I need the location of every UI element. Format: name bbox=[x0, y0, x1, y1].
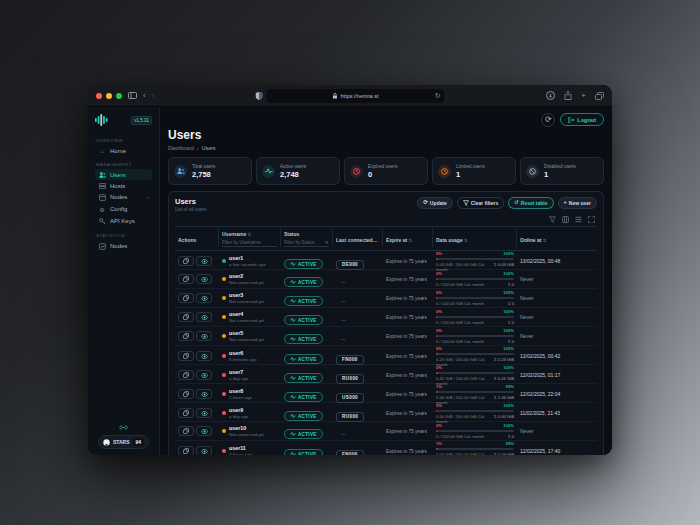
toggle-columns-icon[interactable] bbox=[562, 216, 569, 223]
copy-subscription-button[interactable] bbox=[178, 312, 194, 322]
copy-subscription-button[interactable] bbox=[178, 426, 194, 436]
table-header: Actions Username ⇅ Filter by Username St… bbox=[175, 226, 597, 251]
copy-subscription-button[interactable] bbox=[178, 351, 194, 361]
copy-subscription-button[interactable] bbox=[178, 446, 194, 455]
online-at-cell: 11/02/2025, 21:43 bbox=[517, 410, 597, 416]
view-user-button[interactable] bbox=[196, 256, 212, 266]
copy-subscription-button[interactable] bbox=[178, 274, 194, 284]
copy-subscription-button[interactable] bbox=[178, 370, 194, 380]
expire-cell: Expires in 75 years bbox=[383, 277, 433, 282]
sort-icon[interactable]: ⇅ bbox=[409, 238, 413, 243]
sort-icon[interactable]: ⇅ bbox=[248, 232, 252, 237]
maximize-window-button[interactable] bbox=[116, 93, 122, 99]
username-cell[interactable]: user9 a day ago bbox=[219, 407, 281, 419]
username-subtext: Not connected yet bbox=[229, 337, 264, 342]
sidebar-item-home[interactable]: ⌂ Home bbox=[95, 145, 152, 156]
copy-subscription-button[interactable] bbox=[178, 331, 194, 341]
usage-progress-bar bbox=[436, 278, 514, 281]
browser-sidebar-icon[interactable] bbox=[128, 92, 137, 99]
sidebar-item-nodes[interactable]: Nodes › bbox=[95, 191, 152, 203]
copy-subscription-button[interactable] bbox=[178, 389, 194, 399]
clear-filters-button[interactable]: Clear filters bbox=[457, 197, 505, 209]
username-cell[interactable]: user11 4 hours ago bbox=[219, 445, 281, 455]
column-header-status[interactable]: Status Filter by Status ▼ bbox=[281, 229, 333, 247]
shield-icon[interactable] bbox=[256, 92, 263, 100]
update-button[interactable]: ⟳ Update bbox=[417, 197, 453, 209]
pulse-icon bbox=[290, 262, 296, 266]
view-user-button[interactable] bbox=[196, 312, 212, 322]
limited-users-icon bbox=[438, 165, 451, 178]
copy-subscription-button[interactable] bbox=[178, 408, 194, 418]
view-user-button[interactable] bbox=[196, 293, 212, 303]
username-cell[interactable]: user5 Not connected yet bbox=[219, 330, 281, 342]
copy-subscription-button[interactable] bbox=[178, 293, 194, 303]
status-cell: ACTIVE bbox=[281, 366, 333, 384]
view-user-button[interactable] bbox=[196, 389, 212, 399]
reload-icon[interactable]: ↻ bbox=[435, 92, 441, 100]
sidebar-item-config[interactable]: ⚙ Config bbox=[95, 203, 152, 215]
github-stars-button[interactable]: STARS 94 bbox=[98, 435, 149, 449]
sidebar-item-stats-nodes[interactable]: Nodes bbox=[95, 240, 152, 252]
new-user-button[interactable]: + New user bbox=[558, 197, 597, 209]
view-user-button[interactable] bbox=[196, 446, 212, 455]
copy-icon bbox=[183, 410, 189, 416]
status-filter-select[interactable]: Filter by Status ▼ bbox=[284, 240, 329, 247]
view-user-button[interactable] bbox=[196, 426, 212, 436]
view-user-button[interactable] bbox=[196, 331, 212, 341]
table-row: user7 a day ago ACTIVE RU000 Expires in … bbox=[175, 365, 597, 384]
online-at-cell: Never bbox=[517, 428, 597, 434]
refresh-button[interactable]: ⟳ bbox=[541, 113, 555, 127]
reset-table-button[interactable]: ↺ Reset table bbox=[508, 197, 553, 209]
column-header-online[interactable]: Online at ⇅ bbox=[517, 229, 597, 247]
status-cell: ACTIVE bbox=[281, 385, 333, 403]
sidebar-item-api-keys[interactable]: API Keys bbox=[95, 215, 152, 227]
username-cell[interactable]: user7 a day ago bbox=[219, 369, 281, 381]
disabled-users-icon bbox=[526, 165, 539, 178]
usage-total-text: Σ 0.00 GiB bbox=[494, 414, 514, 424]
toggle-filters-icon[interactable] bbox=[549, 216, 556, 223]
username-cell[interactable]: user1 a few seconds ago bbox=[219, 255, 281, 267]
toggle-density-icon[interactable] bbox=[575, 216, 582, 223]
node-badge: US000 bbox=[336, 393, 364, 403]
close-window-button[interactable] bbox=[96, 93, 102, 99]
username-cell[interactable]: user3 Not connected yet bbox=[219, 292, 281, 304]
sort-icon[interactable]: ⇅ bbox=[543, 238, 547, 243]
column-header-usage[interactable]: Data usage ⇅ bbox=[433, 229, 517, 247]
copy-subscription-button[interactable] bbox=[178, 256, 194, 266]
tab-overview-icon[interactable] bbox=[595, 92, 604, 100]
back-icon[interactable]: ‹ bbox=[143, 92, 146, 100]
username-cell[interactable]: user8 2 hours ago bbox=[219, 388, 281, 400]
link-icon[interactable] bbox=[119, 425, 128, 430]
usage-detail-text: 0 / 100.00 GiB Cal. month bbox=[436, 282, 484, 287]
username-filter-input[interactable]: Filter by Username bbox=[222, 240, 277, 247]
view-user-button[interactable] bbox=[196, 351, 212, 361]
pulse-icon bbox=[290, 395, 296, 399]
pulse-icon bbox=[290, 357, 296, 361]
sidebar-item-hosts[interactable]: Hosts bbox=[95, 180, 152, 191]
username-cell[interactable]: user4 Not connected yet bbox=[219, 311, 281, 323]
column-header-expire[interactable]: Expire at ⇅ bbox=[383, 229, 433, 247]
breadcrumb-root[interactable]: Dashboard bbox=[168, 145, 194, 151]
share-icon[interactable] bbox=[564, 91, 572, 100]
view-user-button[interactable] bbox=[196, 370, 212, 380]
minimize-window-button[interactable] bbox=[106, 93, 112, 99]
logout-button[interactable]: Logout bbox=[560, 113, 604, 126]
username-cell[interactable]: user10 Not connected yet bbox=[219, 425, 281, 437]
node-badge: — bbox=[336, 280, 351, 285]
usage-progress-bar bbox=[436, 297, 514, 300]
usage-total-text: Σ 0.03 GiB bbox=[494, 262, 514, 272]
new-tab-icon[interactable]: + bbox=[581, 92, 586, 100]
sidebar-item-users[interactable]: Users bbox=[95, 169, 152, 180]
row-actions bbox=[175, 408, 219, 418]
username-cell[interactable]: user6 6 minutes ago bbox=[219, 350, 281, 362]
column-header-username[interactable]: Username ⇅ Filter by Username bbox=[219, 229, 281, 247]
address-bar[interactable]: https://remna.st ↻ bbox=[267, 89, 445, 103]
downloads-icon[interactable] bbox=[546, 91, 555, 100]
username-cell[interactable]: user2 Not connected yet bbox=[219, 273, 281, 285]
view-user-button[interactable] bbox=[196, 408, 212, 418]
toggle-fullscreen-icon[interactable] bbox=[588, 216, 595, 223]
forward-icon[interactable]: › bbox=[152, 92, 155, 100]
column-header-node[interactable]: Last connected node bbox=[333, 229, 383, 247]
view-user-button[interactable] bbox=[196, 274, 212, 284]
sort-icon[interactable]: ⇅ bbox=[464, 238, 468, 243]
